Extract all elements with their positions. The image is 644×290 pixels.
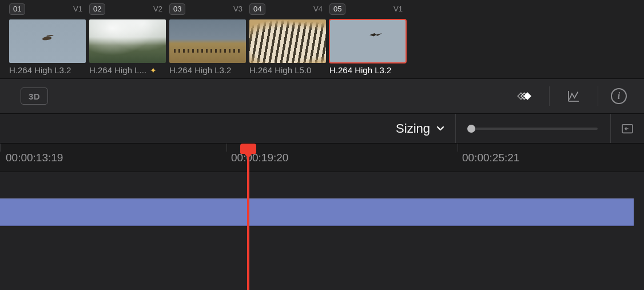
- toolbar-right-group: i: [514, 79, 644, 113]
- time-ruler[interactable]: 00:00:13:1900:00:19:2000:00:25:21: [0, 144, 644, 172]
- ruler-tick: [458, 144, 458, 152]
- ruler-tick: [0, 144, 1, 152]
- playhead[interactable]: [247, 144, 249, 290]
- clip-01[interactable]: 01V1H.264 High L3.2: [9, 3, 86, 78]
- video-clip[interactable]: [0, 198, 634, 226]
- track-area[interactable]: [0, 172, 644, 290]
- timeline: 00:00:13:1900:00:19:2000:00:25:21: [0, 144, 644, 290]
- curve-editor-icon[interactable]: [562, 85, 585, 108]
- toggle-3d-button[interactable]: 3D: [21, 88, 48, 105]
- separator: [549, 86, 550, 106]
- clip-thumbnail[interactable]: [89, 19, 166, 63]
- clip-thumbnail[interactable]: [329, 19, 406, 63]
- clip-codec-label: H.264 High L5.0: [249, 65, 326, 75]
- sizing-dropdown[interactable]: Sizing: [396, 114, 456, 143]
- sizing-dropdown-label: Sizing: [396, 121, 430, 136]
- clip-05[interactable]: 05V1H.264 High L3.2: [329, 3, 406, 78]
- clip-thumbnail[interactable]: [169, 19, 246, 63]
- clip-track-badge: V2: [152, 5, 164, 14]
- expand-panel-icon[interactable]: [611, 121, 644, 136]
- clip-strip: 01V1H.264 High L3.202V2H.264 High L...✦0…: [0, 0, 644, 78]
- clip-index-badge: 03: [169, 3, 185, 15]
- toolbar: 3D i: [0, 78, 644, 114]
- separator: [598, 86, 598, 106]
- clip-codec-label: H.264 High L3.2: [9, 65, 86, 75]
- ruler-tick: [226, 144, 227, 152]
- timecode-label: 00:00:13:19: [6, 152, 63, 164]
- slider-thumb[interactable]: [467, 125, 475, 133]
- timecode-label: 00:00:25:21: [462, 152, 519, 164]
- clip-codec-label: H.264 High L3.2: [329, 65, 406, 75]
- clip-index-badge: 05: [329, 3, 345, 15]
- clip-index-badge: 04: [249, 3, 265, 15]
- sparkle-icon: ✦: [150, 66, 157, 75]
- info-icon[interactable]: i: [611, 88, 627, 104]
- clip-thumbnail[interactable]: [9, 19, 86, 63]
- clip-index-badge: 02: [89, 3, 105, 15]
- clip-03[interactable]: 03V3H.264 High L3.2: [169, 3, 246, 78]
- timecode-label: 00:00:19:20: [231, 152, 288, 164]
- clip-track-badge: V1: [72, 5, 84, 14]
- clip-02[interactable]: 02V2H.264 High L...✦: [89, 3, 166, 78]
- keyframes-icon[interactable]: [514, 85, 536, 108]
- chevron-down-icon: [436, 121, 445, 136]
- clip-index-badge: 01: [9, 3, 25, 15]
- clip-codec-label: H.264 High L...✦: [89, 65, 166, 75]
- clip-04[interactable]: 04V4H.264 High L5.0: [249, 3, 326, 78]
- zoom-slider[interactable]: [456, 114, 611, 143]
- slider-track: [468, 128, 598, 130]
- clip-thumbnail[interactable]: [249, 19, 326, 63]
- clip-track-badge: V3: [232, 5, 244, 14]
- clip-track-badge: V4: [312, 5, 324, 14]
- clip-codec-label: H.264 High L3.2: [169, 65, 246, 75]
- clip-track-badge: V1: [392, 5, 404, 14]
- subbar: Sizing: [0, 114, 644, 144]
